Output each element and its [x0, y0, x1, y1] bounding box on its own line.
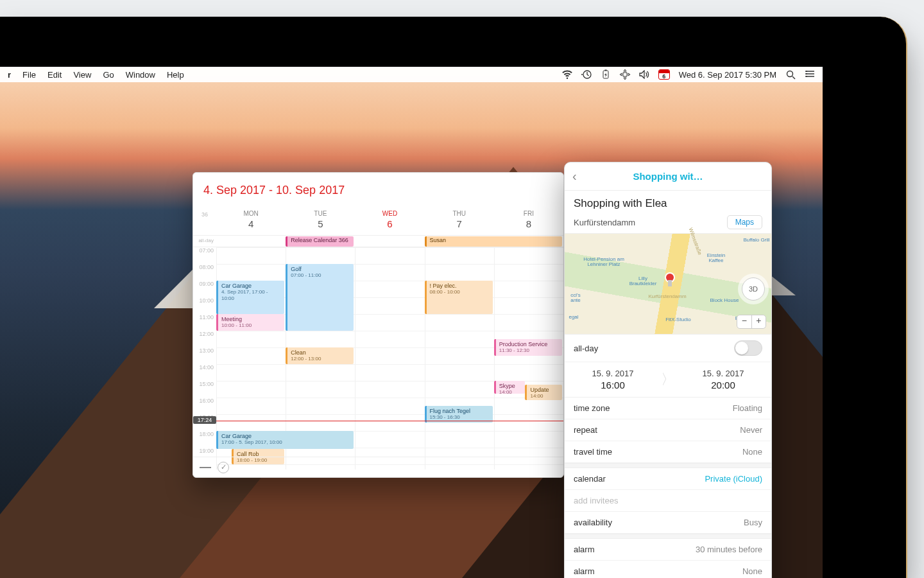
desktop: r File Edit View Go Window Help 6 Wed 6.… [0, 67, 823, 578]
map-poi: Lilly Brautkleider [628, 276, 658, 286]
hour-label: 09:00 [193, 281, 216, 297]
row-alarm-1[interactable]: alarm 30 minutes before [565, 539, 771, 561]
date-range: 4. Sep 2017 - 10. Sep 2017 [203, 184, 345, 197]
zoom-in-button[interactable]: + [752, 315, 766, 328]
menu-view[interactable]: View [73, 70, 91, 80]
map-poi: Buffalo Grill [742, 238, 771, 243]
row-calendar[interactable]: calendar Private (iCloud) [565, 468, 771, 490]
menubar-app-name[interactable]: r [8, 70, 11, 80]
list-view-icon[interactable] [200, 462, 211, 473]
menubar-status: 6 Wed 6. Sep 2017 5:30 PM [562, 69, 815, 80]
menu-edit[interactable]: Edit [47, 70, 62, 80]
calendar-menulet-day: 6 [659, 73, 669, 80]
notification-center-icon[interactable] [805, 69, 815, 80]
timemachine-icon[interactable] [581, 69, 592, 80]
now-indicator [216, 421, 563, 421]
hour-label: 13:00 [193, 347, 216, 364]
hour-label: 08:00 [193, 264, 216, 281]
hour-label: 12:00 [193, 331, 216, 347]
menubar: r File Edit View Go Window Help 6 Wed 6.… [0, 67, 823, 82]
popover-nav: ‹ Shopping wit… [565, 162, 771, 191]
map-poi: Einstein Kaffee [702, 253, 730, 263]
day-headers: 36 MON4 TUE5 WED6 THU7 FRI8 [193, 207, 563, 236]
calendar-event[interactable]: Skype14:00 [494, 381, 526, 394]
allday-event[interactable]: Susan [425, 236, 562, 247]
map-3d-button[interactable]: 3D [742, 277, 765, 301]
map-poi: egal [566, 315, 581, 320]
row-travel-time[interactable]: travel time None [565, 441, 771, 463]
event-title[interactable]: Shopping with Elea [574, 197, 762, 210]
allday-label: all-day [574, 344, 598, 353]
calendar-event[interactable]: Car Garage17:00 - 5. Sep 2017, 10:00 [216, 431, 354, 449]
svg-point-3 [787, 71, 792, 76]
allday-label: all-day [193, 238, 216, 243]
day-header-wed[interactable]: WED6 [355, 207, 424, 235]
menu-window[interactable]: Window [126, 70, 155, 80]
popover-nav-title: Shopping wit… [586, 171, 749, 182]
menu-go[interactable]: Go [103, 70, 114, 80]
calendar-event[interactable]: ! Pay elec.08:00 - 10:00 [425, 281, 493, 314]
map-poi: Block House [707, 298, 742, 303]
arrow-icon: 〉 [661, 370, 675, 389]
map-poi: FitX-Studio [662, 317, 694, 322]
day-header-thu[interactable]: THU7 [425, 207, 494, 235]
calendar-event[interactable]: Update14:00 [525, 385, 562, 400]
row-add-invitees[interactable]: add invitees [565, 490, 771, 512]
wifi-icon[interactable] [562, 69, 572, 80]
laptop-frame: r File Edit View Go Window Help 6 Wed 6.… [0, 17, 907, 578]
end-datetime[interactable]: 15. 9. 2017 20:00 [675, 369, 771, 390]
day-header-mon[interactable]: MON4 [216, 207, 286, 235]
calendar-event[interactable]: Production Service11:30 - 12:30 [494, 339, 562, 356]
calendar-event[interactable]: Meeting10:00 - 11:00 [216, 314, 284, 331]
map-zoom: − + [737, 315, 766, 329]
menubar-clock[interactable]: Wed 6. Sep 2017 5:30 PM [679, 70, 776, 80]
battery-icon[interactable] [601, 69, 611, 80]
map-street-label: Kurfürstendamm [642, 294, 693, 299]
svg-rect-2 [604, 70, 606, 71]
event-location[interactable]: Kurfürstendamm [574, 218, 635, 227]
menu-file[interactable]: File [22, 70, 36, 80]
map-preview[interactable]: Hotel-Pension am Lehniner Platz Lilly Br… [565, 233, 771, 335]
calendar-menulet-icon[interactable]: 6 [658, 69, 670, 80]
menu-help[interactable]: Help [167, 70, 184, 80]
map-poi: cci's ante [566, 293, 585, 303]
svg-point-5 [806, 73, 807, 74]
open-maps-button[interactable]: Maps [727, 215, 762, 229]
hour-label: 18:00 [193, 431, 216, 448]
spotlight-icon[interactable] [785, 69, 796, 80]
start-datetime[interactable]: 15. 9. 2017 16:00 [565, 369, 661, 390]
calendar-event[interactable]: Clean12:00 - 13:00 [286, 347, 354, 364]
row-timezone[interactable]: time zone Floating [565, 398, 771, 419]
row-allday: all-day [565, 335, 771, 362]
hour-label: 07:00 [193, 247, 216, 264]
event-popover: ‹ Shopping wit… Shopping with Elea Kurfü… [564, 162, 772, 578]
event-dates: 15. 9. 2017 16:00 〉 15. 9. 2017 20:00 [565, 362, 771, 398]
svg-point-4 [806, 71, 807, 72]
map-pin-icon [666, 274, 674, 281]
row-alarm-2[interactable]: alarm None [565, 561, 771, 578]
hour-label: 11:00 [193, 314, 216, 331]
back-icon[interactable]: ‹ [572, 169, 586, 184]
tasks-icon[interactable]: ✓ [218, 462, 229, 473]
week-grid[interactable]: 07:0008:0009:0010:0011:0012:0013:0014:00… [193, 247, 563, 469]
map-poi: Hotel-Pension am Lehniner Platz [581, 257, 626, 267]
day-columns: Car Garage4. Sep 2017, 17:00 - 10:00Meet… [216, 247, 563, 469]
zoom-out-button[interactable]: − [737, 315, 752, 328]
calendar-footer: ✓ [193, 457, 563, 477]
allday-event[interactable]: Release Calendar 366 [286, 236, 354, 247]
allday-toggle[interactable] [734, 340, 762, 356]
calendar-event[interactable]: Flug nach Tegel15:30 - 16:30 [425, 406, 493, 423]
menubar-menus: r File Edit View Go Window Help [8, 70, 184, 80]
calendar-window: 4. Sep 2017 - 10. Sep 2017 36 MON4 TUE5 … [193, 172, 564, 478]
day-header-fri[interactable]: FRI8 [494, 207, 563, 235]
volume-icon[interactable] [639, 69, 649, 80]
day-header-tue[interactable]: TUE5 [286, 207, 355, 235]
calendar-event[interactable]: Car Garage4. Sep 2017, 17:00 - 10:00 [216, 281, 284, 314]
row-repeat[interactable]: repeat Never [565, 419, 771, 441]
week-number: 36 [193, 207, 216, 235]
hour-label: 10:00 [193, 297, 216, 314]
row-availability[interactable]: availability Busy [565, 512, 771, 534]
hour-label: 14:00 [193, 364, 216, 381]
move-icon[interactable] [620, 69, 630, 80]
calendar-event[interactable]: Golf07:00 - 11:00 [286, 264, 354, 331]
